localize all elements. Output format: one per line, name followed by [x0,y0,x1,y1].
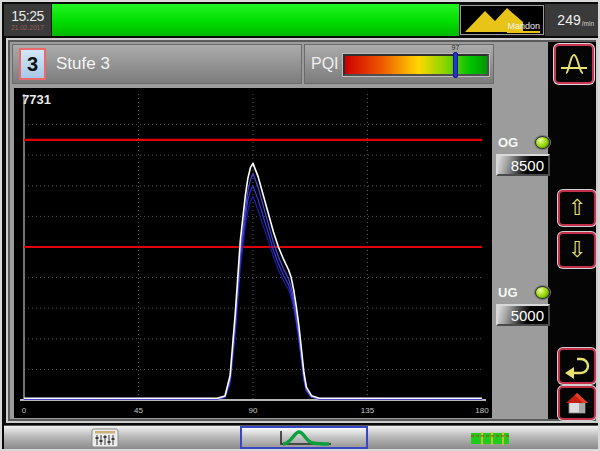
chart-canvas: 04590135180 [14,88,492,418]
peak-value-label: 7731 [22,92,51,107]
og-value-field[interactable]: 8500 [496,154,550,176]
rate-counter: 249 /min [545,4,598,36]
curve-view-button[interactable] [240,426,368,449]
time-display: 15:25 [11,9,44,24]
peak-with-limits-icon [559,51,589,77]
return-arrow-icon [563,353,591,379]
pqi-label: PQI [311,55,339,73]
pqi-gauge: 97 [343,54,489,76]
mixer-panel-button[interactable] [88,427,122,449]
svg-text:180: 180 [475,406,489,415]
pqi-section: PQI 97 [304,44,494,84]
status-indicator-bar [52,4,459,36]
arrow-down-icon: ⇩ [568,239,586,261]
ug-label: UG [498,285,518,300]
brand-name: Mandon [507,21,540,33]
svg-text:135: 135 [361,406,375,415]
bottom-toolbar [4,425,600,449]
curve-monitor-icon [269,429,339,447]
ug-row: UG [498,283,550,301]
pqi-marker: 97 [453,52,458,78]
og-status-led [535,136,550,149]
svg-text:0: 0 [22,406,27,415]
step-label: Stufe 3 [56,54,110,74]
waveform-chart: 04590135180 7731 [14,88,492,418]
peak-display-button[interactable] [554,44,594,84]
green-bars-icon [470,429,510,447]
decrease-button[interactable]: ⇩ [558,232,596,268]
svg-text:90: 90 [249,406,258,415]
date-display: 21.02.2017 [11,24,44,31]
increase-button[interactable]: ⇧ [558,190,596,226]
home-button[interactable] [558,386,596,420]
og-label: OG [498,135,518,150]
rate-value: 249 [557,12,580,28]
brand-logo: Mandon [460,5,544,35]
top-status-bar: 15:25 21.02.2017 Mandon 249 /min [4,4,598,36]
rate-unit: /min [582,20,594,27]
hmi-screen: 15:25 21.02.2017 Mandon 249 /min 3 Stufe… [0,0,600,451]
ug-status-led [535,286,550,299]
step-header: 3 Stufe 3 [12,44,302,84]
home-icon [563,391,591,415]
back-button[interactable] [558,348,596,384]
mixer-panel-icon [91,428,119,448]
pqi-marker-value: 97 [452,44,460,51]
statistics-bars-button[interactable] [468,427,512,449]
svg-text:45: 45 [134,406,143,415]
ug-value-field[interactable]: 5000 [496,304,550,326]
og-row: OG [498,133,550,151]
arrow-up-icon: ⇧ [568,197,586,219]
clock: 15:25 21.02.2017 [4,4,51,36]
step-number-box[interactable]: 3 [19,48,46,80]
